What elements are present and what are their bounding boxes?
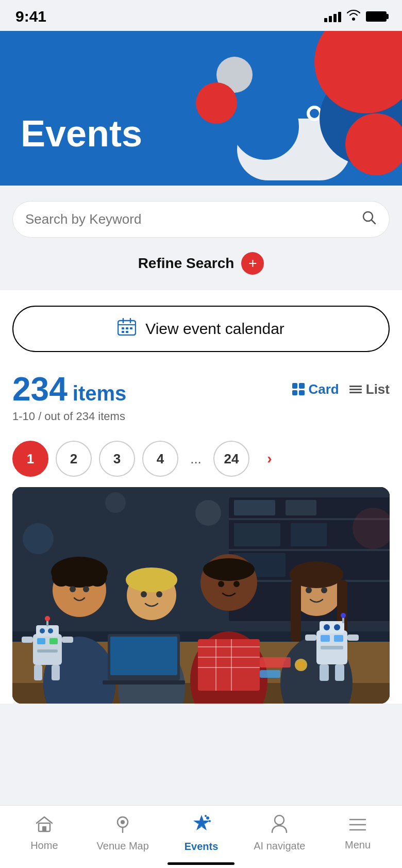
- svg-rect-17: [234, 500, 275, 515]
- svg-point-48: [203, 558, 255, 581]
- page-button-4[interactable]: 4: [142, 441, 178, 477]
- list-icon: [349, 383, 362, 395]
- page-ellipsis: ...: [186, 451, 206, 467]
- search-icon: [361, 210, 377, 229]
- svg-rect-80: [320, 664, 329, 681]
- list-view-button[interactable]: List: [349, 381, 390, 397]
- view-toggle: Card List: [292, 381, 390, 397]
- page-button-1[interactable]: 1: [12, 441, 48, 477]
- venue-map-icon: [114, 814, 131, 837]
- hero-title: Events: [21, 112, 142, 155]
- svg-point-39: [156, 591, 162, 597]
- search-input[interactable]: [25, 211, 355, 227]
- venue-map-label: Venue Map: [97, 840, 149, 852]
- nav-item-home[interactable]: Home: [19, 815, 70, 852]
- signal-bars-icon: [324, 11, 341, 22]
- card-view-label: Card: [309, 381, 339, 397]
- bottom-navigation: Home Venue Map Events: [0, 805, 402, 868]
- svg-point-30: [61, 561, 77, 576]
- search-section: Refine Search +: [0, 186, 402, 285]
- events-label: Events: [185, 841, 219, 853]
- svg-rect-6: [122, 327, 124, 329]
- svg-point-70: [45, 616, 50, 621]
- svg-point-98: [121, 820, 125, 824]
- svg-rect-7: [126, 327, 128, 329]
- svg-point-76: [324, 624, 330, 630]
- svg-point-90: [297, 661, 305, 669]
- refine-search-label: Refine Search: [138, 255, 234, 272]
- pagination: 1 2 3 4 ... 24 ›: [12, 436, 390, 487]
- card-view-button[interactable]: Card: [292, 381, 339, 397]
- list-view-label: List: [366, 381, 390, 397]
- events-icon: [191, 814, 212, 838]
- menu-icon: [349, 816, 366, 836]
- view-event-calendar-button[interactable]: View event calendar: [12, 306, 390, 352]
- svg-rect-60: [49, 638, 58, 644]
- nav-item-venue-map[interactable]: Venue Map: [97, 814, 149, 852]
- nav-item-events[interactable]: Events: [176, 814, 227, 853]
- battery-icon: [366, 11, 387, 22]
- nav-item-menu[interactable]: Menu: [332, 816, 383, 851]
- svg-rect-74: [321, 646, 343, 649]
- page-button-2[interactable]: 2: [56, 441, 92, 477]
- svg-point-31: [82, 561, 97, 576]
- home-indicator: [167, 862, 234, 865]
- svg-point-33: [70, 586, 76, 592]
- svg-rect-61: [37, 649, 58, 653]
- svg-rect-9: [126, 331, 128, 333]
- svg-point-50: [233, 581, 240, 587]
- svg-rect-18: [286, 500, 316, 515]
- ai-navigate-icon: [271, 814, 288, 837]
- calendar-button-label: View event calendar: [145, 320, 284, 338]
- status-icons: [324, 9, 387, 24]
- svg-point-49: [218, 581, 224, 587]
- svg-rect-88: [260, 670, 280, 678]
- results-number: 234: [12, 373, 68, 406]
- status-time: 9:41: [15, 8, 46, 25]
- blob-blue-mid: [232, 93, 299, 160]
- event-card-svg: [12, 487, 390, 704]
- svg-rect-68: [62, 637, 73, 643]
- home-label: Home: [30, 840, 58, 852]
- svg-rect-87: [260, 657, 291, 667]
- svg-point-83: [341, 613, 346, 618]
- card-grid-icon: [292, 383, 305, 395]
- svg-rect-54: [291, 580, 301, 642]
- page-next-button[interactable]: ›: [257, 446, 282, 472]
- svg-point-105: [205, 815, 207, 817]
- search-bar[interactable]: [12, 201, 390, 238]
- svg-rect-10: [130, 327, 132, 329]
- calendar-section: View event calendar: [0, 290, 402, 362]
- refine-row: Refine Search +: [12, 252, 390, 275]
- svg-rect-67: [22, 637, 33, 643]
- svg-point-56: [306, 587, 312, 593]
- svg-rect-85: [110, 637, 177, 675]
- svg-rect-19: [234, 523, 280, 546]
- results-header: 234 items Card List: [12, 373, 390, 406]
- svg-point-77: [334, 624, 340, 630]
- svg-rect-96: [42, 826, 46, 831]
- menu-label: Menu: [345, 839, 371, 851]
- results-items-label: items: [73, 382, 127, 405]
- home-icon: [35, 815, 54, 837]
- svg-point-104: [209, 820, 211, 822]
- svg-point-37: [126, 567, 177, 592]
- hero-banner: Events: [0, 31, 402, 186]
- page-button-24[interactable]: 24: [213, 441, 249, 477]
- svg-rect-75: [320, 621, 344, 633]
- svg-rect-86: [103, 680, 185, 685]
- svg-rect-79: [347, 635, 359, 641]
- refine-plus-button[interactable]: +: [241, 252, 264, 275]
- svg-rect-59: [37, 638, 45, 644]
- event-card[interactable]: [12, 487, 390, 704]
- wifi-icon: [346, 9, 361, 24]
- svg-point-91: [23, 523, 54, 554]
- nav-item-ai-navigate[interactable]: AI navigate: [254, 814, 305, 852]
- calendar-icon: [118, 318, 136, 340]
- page-button-3[interactable]: 3: [99, 441, 135, 477]
- svg-point-106: [275, 815, 284, 825]
- svg-rect-78: [305, 635, 316, 641]
- svg-point-93: [195, 500, 221, 526]
- event-card-image: [12, 487, 390, 704]
- svg-point-57: [321, 587, 327, 593]
